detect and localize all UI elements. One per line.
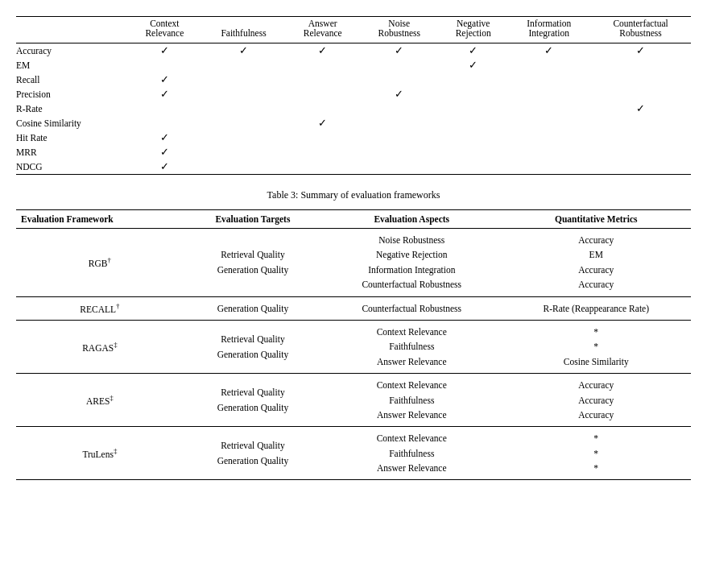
check-cell: ✓ — [128, 159, 201, 175]
check-cell: ✓ — [439, 43, 507, 59]
metric-label: NDCG — [16, 159, 128, 175]
eval-aspects: Context RelevanceFaithfulnessAnswer Rele… — [322, 320, 501, 373]
top-table-wrapper: ContextRelevance Faithfulness AnswerRele… — [16, 16, 691, 175]
list-item: RECALL†Generation QualityCounterfactual … — [16, 296, 691, 320]
framework-name: TruLens‡ — [16, 427, 184, 480]
col-header-eval-aspects: Evaluation Aspects — [322, 210, 501, 229]
metric-label: R-Rate — [16, 101, 128, 116]
table-row: Hit Rate✓ — [16, 130, 691, 145]
check-cell — [359, 101, 439, 116]
check-cell — [359, 58, 439, 72]
table-row: R-Rate✓ — [16, 101, 691, 116]
check-cell — [439, 145, 507, 159]
metric-label: MRR — [16, 145, 128, 159]
table-row: EM✓ — [16, 58, 691, 72]
check-cell — [201, 116, 286, 130]
check-cell — [507, 101, 590, 116]
check-cell — [201, 101, 286, 116]
table-row: Accuracy✓✓✓✓✓✓✓ — [16, 43, 691, 59]
eval-targets: Retrieval QualityGeneration Quality — [184, 229, 322, 297]
check-cell — [507, 87, 590, 101]
check-cell: ✓ — [359, 87, 439, 101]
check-cell — [507, 116, 590, 130]
check-cell: ✓ — [128, 43, 201, 59]
check-cell — [201, 58, 286, 72]
col-header-counterfactual-robustness: CounterfactualRobustness — [590, 17, 691, 43]
check-cell: ✓ — [439, 58, 507, 72]
check-cell — [590, 58, 691, 72]
table-row: Cosine Similarity✓ — [16, 116, 691, 130]
quant-metrics: **Cosine Similarity — [501, 320, 691, 373]
check-cell — [590, 130, 691, 145]
check-cell — [590, 159, 691, 175]
check-cell — [286, 130, 359, 145]
check-cell — [286, 72, 359, 87]
check-cell — [507, 72, 590, 87]
metric-label: Hit Rate — [16, 130, 128, 145]
table-row: Recall✓ — [16, 72, 691, 87]
framework-name: RGB† — [16, 229, 184, 297]
check-cell — [507, 130, 590, 145]
check-cell — [286, 159, 359, 175]
metric-label: Accuracy — [16, 43, 128, 59]
quant-metrics: AccuracyAccuracyAccuracy — [501, 374, 691, 427]
col-header-quant-metrics: Quantitative Metrics — [501, 210, 691, 229]
check-cell — [359, 130, 439, 145]
eval-targets: Retrieval QualityGeneration Quality — [184, 427, 322, 480]
check-cell — [286, 145, 359, 159]
check-cell — [286, 101, 359, 116]
check-cell — [590, 145, 691, 159]
metric-label: Recall — [16, 72, 128, 87]
check-cell: ✓ — [286, 43, 359, 59]
check-cell — [590, 87, 691, 101]
col-header-eval-framework: Evaluation Framework — [16, 210, 184, 229]
check-cell — [439, 130, 507, 145]
check-cell: ✓ — [359, 43, 439, 59]
metric-label: EM — [16, 58, 128, 72]
check-cell — [359, 145, 439, 159]
col-header-noise-robustness: NoiseRobustness — [359, 17, 439, 43]
check-cell — [359, 116, 439, 130]
check-cell — [590, 116, 691, 130]
check-cell — [201, 130, 286, 145]
check-cell: ✓ — [286, 116, 359, 130]
check-cell — [201, 159, 286, 175]
eval-aspects: Noise RobustnessNegative RejectionInform… — [322, 229, 501, 297]
eval-aspects: Context RelevanceFaithfulnessAnswer Rele… — [322, 374, 501, 427]
quant-metrics: AccuracyEMAccuracyAccuracy — [501, 229, 691, 297]
list-item: RGB†Retrieval QualityGeneration QualityN… — [16, 229, 691, 297]
eval-targets: Generation Quality — [184, 296, 322, 320]
check-cell: ✓ — [128, 145, 201, 159]
check-cell — [590, 72, 691, 87]
check-cell — [201, 145, 286, 159]
table-row: NDCG✓ — [16, 159, 691, 175]
check-cell — [286, 87, 359, 101]
check-cell: ✓ — [201, 43, 286, 59]
check-cell: ✓ — [590, 43, 691, 59]
metrics-table: ContextRelevance Faithfulness AnswerRele… — [16, 16, 691, 175]
check-cell — [507, 58, 590, 72]
check-cell — [507, 159, 590, 175]
check-cell — [286, 58, 359, 72]
eval-aspects: Context RelevanceFaithfulnessAnswer Rele… — [322, 427, 501, 480]
empty-header — [16, 17, 128, 43]
check-cell — [507, 145, 590, 159]
check-cell — [439, 72, 507, 87]
col-header-faithfulness: Faithfulness — [201, 17, 286, 43]
metric-label: Precision — [16, 87, 128, 101]
eval-aspects: Counterfactual Robustness — [322, 296, 501, 320]
check-cell — [201, 87, 286, 101]
check-cell — [359, 159, 439, 175]
col-header-eval-targets: Evaluation Targets — [184, 210, 322, 229]
check-cell — [128, 101, 201, 116]
check-cell: ✓ — [128, 87, 201, 101]
col-header-context-relevance: ContextRelevance — [128, 17, 201, 43]
list-item: TruLens‡Retrieval QualityGeneration Qual… — [16, 427, 691, 480]
table-caption: Table 3: Summary of evaluation framework… — [16, 189, 691, 201]
check-cell — [439, 159, 507, 175]
check-cell — [128, 116, 201, 130]
quant-metrics: *** — [501, 427, 691, 480]
check-cell — [359, 72, 439, 87]
check-cell — [439, 87, 507, 101]
table-row: Precision✓✓ — [16, 87, 691, 101]
